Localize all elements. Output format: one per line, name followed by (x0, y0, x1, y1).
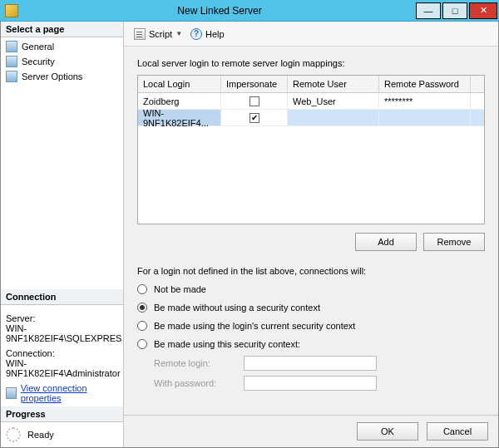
maximize-button[interactable]: □ (442, 2, 467, 19)
connection-header: Connection (1, 289, 123, 305)
chevron-down-icon: ▼ (175, 30, 182, 37)
connection-label: Connection: (6, 348, 118, 358)
radio-icon[interactable] (137, 339, 147, 349)
with-password-input[interactable] (244, 376, 377, 391)
cell-impersonate[interactable] (221, 93, 288, 109)
radio-label: Be made without using a security context (154, 303, 320, 313)
radio-group: Not be made Be made without using a secu… (137, 284, 485, 349)
script-icon (134, 28, 146, 40)
cell-impersonate[interactable]: ✔ (221, 110, 288, 126)
client-area: Select a page General Security Server Op… (0, 22, 499, 448)
with-password-row: With password: (154, 376, 485, 391)
grid-buttons: Add Remove (137, 233, 485, 251)
right-pane: Script ▼ ? Help Local server login to re… (124, 22, 498, 447)
page-item-label: Security (22, 57, 55, 66)
cell-remote-user[interactable] (288, 110, 379, 126)
script-button[interactable]: Script ▼ (131, 27, 185, 42)
radio-this-security-context[interactable]: Be made using this security context: (137, 339, 485, 349)
table-row[interactable]: WIN-9NF1K82EIF4... ✔ (138, 110, 484, 126)
col-remote-password[interactable]: Remote Password (379, 76, 471, 92)
page-item-server-options[interactable]: Server Options (1, 69, 123, 84)
credential-rows: Remote login: With password: (154, 356, 485, 391)
server-value: WIN-9NF1K82EIF4\SQLEXPRES (6, 323, 118, 343)
with-password-label: With password: (154, 378, 237, 388)
cell-remote-password[interactable]: ******** (379, 93, 471, 109)
radio-login-security-context[interactable]: Be made using the login's current securi… (137, 321, 485, 331)
page-icon (6, 71, 17, 82)
progress-spinner-icon (6, 427, 21, 442)
ok-button[interactable]: OK (357, 422, 418, 441)
dialog-footer: OK Cancel (124, 415, 498, 447)
server-label: Server: (6, 313, 118, 323)
select-page-header: Select a page (1, 22, 123, 37)
minimize-button[interactable]: — (416, 2, 441, 19)
link-label: View connection properties (21, 383, 118, 403)
impersonate-checkbox[interactable]: ✔ (250, 113, 259, 123)
cell-remote-password[interactable] (379, 110, 471, 126)
page-item-label: General (22, 42, 54, 52)
page-item-label: Server Options (22, 71, 82, 81)
progress-header: Progress (1, 406, 123, 422)
page-icon (6, 56, 17, 67)
radio-icon[interactable] (137, 284, 147, 294)
col-impersonate[interactable]: Impersonate (221, 76, 288, 92)
radio-not-be-made[interactable]: Not be made (137, 284, 485, 294)
cell-local-login[interactable]: WIN-9NF1K82EIF4... (138, 110, 221, 126)
add-button[interactable]: Add (355, 233, 417, 251)
page-list: General Security Server Options (1, 37, 123, 86)
help-button[interactable]: ? Help (187, 27, 228, 42)
content-area: Local server login to remote server logi… (124, 47, 498, 415)
toolbar: Script ▼ ? Help (124, 22, 498, 47)
connection-value: WIN-9NF1K82EIF4\Administrator (6, 358, 118, 378)
cell-local-login[interactable]: Zoidberg (138, 93, 221, 109)
app-icon (5, 4, 18, 17)
progress-status: Ready (27, 430, 54, 440)
col-remote-user[interactable]: Remote User (288, 76, 379, 92)
left-pane: Select a page General Security Server Op… (1, 22, 124, 447)
script-label: Script (149, 29, 172, 39)
window-controls: — □ ✕ (416, 2, 499, 19)
grid-header: Local Login Impersonate Remote User Remo… (138, 76, 484, 93)
window-title: New Linked Server (23, 5, 416, 17)
progress-body: Ready (1, 422, 123, 447)
connection-body: Server: WIN-9NF1K82EIF4\SQLEXPRES Connec… (1, 305, 123, 406)
impersonate-checkbox[interactable] (250, 96, 259, 106)
mappings-label: Local server login to remote server logi… (137, 58, 485, 68)
radio-description: For a login not defined in the list abov… (137, 266, 485, 276)
remote-login-label: Remote login: (154, 358, 237, 368)
remove-button[interactable]: Remove (423, 233, 485, 251)
radio-icon[interactable] (137, 303, 147, 313)
radio-icon[interactable] (137, 321, 147, 331)
remote-login-input[interactable] (244, 356, 377, 371)
titlebar: New Linked Server — □ ✕ (0, 0, 499, 22)
page-icon (6, 41, 17, 52)
remote-login-row: Remote login: (154, 356, 485, 371)
radio-label: Not be made (154, 284, 206, 294)
cancel-button[interactable]: Cancel (427, 422, 488, 441)
dialog-window: New Linked Server — □ ✕ Select a page Ge… (0, 0, 499, 448)
page-item-general[interactable]: General (1, 39, 123, 54)
radio-label: Be made using this security context: (154, 339, 300, 349)
help-icon: ? (190, 28, 202, 40)
col-local-login[interactable]: Local Login (138, 76, 221, 92)
radio-no-security-context[interactable]: Be made without using a security context (137, 303, 485, 313)
radio-label: Be made using the login's current securi… (154, 321, 355, 331)
close-button[interactable]: ✕ (469, 2, 497, 19)
page-item-security[interactable]: Security (1, 54, 123, 69)
cell-remote-user[interactable]: Web_User (288, 93, 379, 109)
help-label: Help (205, 29, 225, 39)
properties-icon (6, 387, 17, 399)
login-mappings-grid[interactable]: Local Login Impersonate Remote User Remo… (137, 75, 485, 224)
view-connection-properties-link[interactable]: View connection properties (6, 383, 118, 403)
